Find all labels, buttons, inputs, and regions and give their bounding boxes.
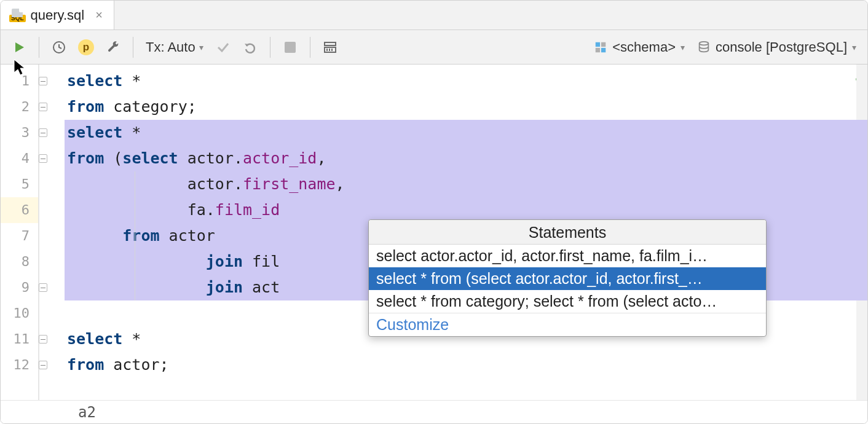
status-text: a2 xyxy=(78,404,96,421)
history-button[interactable] xyxy=(47,35,71,60)
fold-marker[interactable] xyxy=(39,146,65,171)
popup-item[interactable]: select actor.actor_id, actor.first_name,… xyxy=(369,245,766,267)
svg-rect-6 xyxy=(596,42,600,46)
p-button[interactable]: p xyxy=(74,35,98,60)
line-number: 9 xyxy=(1,275,38,300)
line-number: 3 xyxy=(1,120,38,146)
tab-bar: SQL query.sql × xyxy=(1,1,867,30)
code-line[interactable]: from actor; xyxy=(65,352,867,378)
schema-icon xyxy=(594,41,607,54)
fold-marker[interactable] xyxy=(39,326,65,352)
popup-title: Statements xyxy=(369,220,766,245)
svg-rect-7 xyxy=(601,42,606,46)
line-number: 2 xyxy=(1,94,38,120)
code-editor[interactable]: 123456789101112 ✔ select *from category;… xyxy=(1,65,867,400)
status-bar: a2 xyxy=(1,400,867,423)
fold-marker xyxy=(39,300,65,326)
popup-customize[interactable]: Customize xyxy=(369,313,766,336)
console-label: console [PostgreSQL] xyxy=(716,39,847,55)
console-dropdown[interactable]: console [PostgreSQL] ▾ xyxy=(692,39,861,55)
tx-mode-label: Tx: Auto xyxy=(146,39,195,55)
code-area[interactable]: ✔ select *from category;select *from (se… xyxy=(65,65,867,400)
line-number: 4 xyxy=(1,146,38,171)
line-number: 5 xyxy=(1,171,38,197)
tab-label: query.sql xyxy=(31,7,85,23)
fold-marker xyxy=(39,223,65,249)
mouse-cursor xyxy=(14,59,26,79)
code-line[interactable]: from category; xyxy=(65,94,867,120)
stop-button[interactable] xyxy=(278,35,302,60)
chevron-down-icon: ▾ xyxy=(199,42,203,52)
statements-popup: Statements select actor.actor_id, actor.… xyxy=(368,219,767,337)
line-number: 10 xyxy=(1,300,38,326)
svg-rect-1 xyxy=(325,42,336,45)
settings-button[interactable] xyxy=(318,35,342,60)
line-number: 11 xyxy=(1,326,38,352)
line-number-gutter: 123456789101112 xyxy=(1,65,39,400)
line-number: 8 xyxy=(1,249,38,275)
schema-dropdown[interactable]: <schema> ▾ xyxy=(589,39,690,55)
line-number: 12 xyxy=(1,352,38,378)
code-line[interactable]: from (select actor.actor_id, xyxy=(65,146,867,171)
toolbar: p Tx: Auto ▾ <schema> ▾ console [Postgre… xyxy=(1,30,867,65)
run-button[interactable] xyxy=(7,35,31,60)
fold-marker xyxy=(39,249,65,275)
toolbar-separator xyxy=(310,37,310,58)
popup-item[interactable]: select * from (select actor.actor_id, ac… xyxy=(369,267,766,290)
svg-rect-8 xyxy=(596,47,600,52)
fold-marker[interactable] xyxy=(39,120,65,146)
fold-gutter xyxy=(39,65,65,400)
toolbar-separator xyxy=(270,37,270,58)
toolbar-separator xyxy=(39,37,39,58)
svg-point-10 xyxy=(700,41,709,45)
close-icon[interactable]: × xyxy=(95,8,103,22)
line-number: 7 xyxy=(1,223,38,249)
tab-query-sql[interactable]: SQL query.sql × xyxy=(1,1,114,29)
svg-rect-9 xyxy=(601,47,606,52)
code-line[interactable]: select * xyxy=(65,120,867,146)
wrench-button[interactable] xyxy=(101,35,125,60)
fold-marker[interactable] xyxy=(39,68,65,94)
tx-mode-dropdown[interactable]: Tx: Auto ▾ xyxy=(141,39,208,55)
code-line[interactable]: actor.first_name, xyxy=(65,171,867,197)
fold-marker[interactable] xyxy=(39,94,65,120)
fold-marker xyxy=(39,171,65,197)
rollback-button[interactable] xyxy=(238,35,262,60)
stop-icon xyxy=(285,42,296,53)
sql-file-icon: SQL xyxy=(9,9,26,22)
line-number: 6 xyxy=(1,197,38,223)
fold-marker[interactable] xyxy=(39,352,65,378)
database-icon xyxy=(697,41,711,54)
code-line[interactable]: select * xyxy=(65,68,867,94)
commit-button[interactable] xyxy=(211,35,235,60)
chevron-down-icon: ▾ xyxy=(852,42,856,52)
schema-label: <schema> xyxy=(612,39,676,55)
fold-marker[interactable] xyxy=(39,275,65,300)
chevron-down-icon: ▾ xyxy=(681,42,685,52)
fold-marker xyxy=(39,197,65,223)
popup-item[interactable]: select * from category; select * from (s… xyxy=(369,290,766,313)
toolbar-separator xyxy=(133,37,133,58)
